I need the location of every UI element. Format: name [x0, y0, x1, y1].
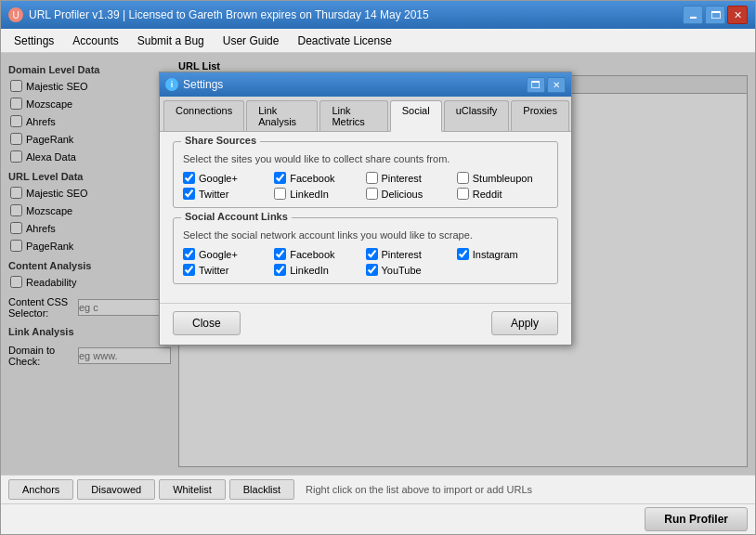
- ss-delicious-input[interactable]: [366, 188, 378, 200]
- dialog-title-bar: i Settings 🗖 ✕: [160, 72, 571, 97]
- dialog-title: Settings: [183, 78, 223, 91]
- sal-linkedin: LinkedIn: [274, 264, 365, 276]
- social-account-links-grid: Google+ Facebook Pinterest: [183, 248, 548, 276]
- settings-tabs: Connections Link Analysis Link Metrics S…: [160, 97, 571, 132]
- run-profiler-button[interactable]: Run Profiler: [645, 507, 748, 531]
- ss-reddit-label: Reddit: [473, 189, 502, 200]
- whitelist-button[interactable]: Whitelist: [159, 479, 226, 500]
- tab-proxies[interactable]: Proxies: [511, 100, 569, 131]
- menu-submit-bug[interactable]: Submit a Bug: [128, 32, 214, 50]
- title-bar-buttons: 🗕 🗖 ✕: [683, 6, 748, 24]
- dialog-close-button[interactable]: ✕: [547, 77, 566, 93]
- ss-facebook: Facebook: [274, 172, 365, 184]
- bottom-bar: Anchors Disavowed Whitelist Blacklist Ri…: [1, 475, 755, 503]
- sal-facebook-label: Facebook: [290, 249, 334, 260]
- sal-youtube: YouTube: [366, 264, 457, 276]
- sal-linkedin-input[interactable]: [274, 264, 286, 276]
- ss-reddit-input[interactable]: [457, 188, 469, 200]
- ss-delicious: Delicious: [366, 188, 457, 200]
- tab-uclassify[interactable]: uClassify: [444, 100, 510, 131]
- sal-pinterest-label: Pinterest: [382, 249, 422, 260]
- ss-pinterest-label: Pinterest: [382, 173, 422, 184]
- status-text: Right click on the list above to import …: [298, 484, 748, 495]
- footer-row: Run Profiler: [1, 503, 755, 534]
- ss-linkedin-label: LinkedIn: [290, 189, 329, 200]
- dialog-icon: i: [165, 78, 178, 91]
- menu-bar: Settings Accounts Submit a Bug User Guid…: [1, 29, 755, 53]
- dialog-title-left: i Settings: [165, 78, 223, 91]
- dialog-overlay: i Settings 🗖 ✕ Connections Link Analysis…: [1, 53, 755, 475]
- anchors-button[interactable]: Anchors: [8, 479, 73, 500]
- ss-stumbleupon: Stumbleupon: [457, 172, 548, 184]
- ss-linkedin: LinkedIn: [274, 188, 365, 200]
- sal-facebook: Facebook: [274, 248, 365, 260]
- window-title: URL Profiler v1.39 | Licensed to Gareth …: [29, 8, 429, 21]
- ss-twitter: Twitter: [183, 188, 274, 200]
- tab-connections[interactable]: Connections: [163, 100, 244, 131]
- ss-linkedin-input[interactable]: [274, 188, 286, 200]
- sal-instagram-input[interactable]: [457, 248, 469, 260]
- main-window: U URL Profiler v1.39 | Licensed to Garet…: [0, 0, 756, 535]
- sal-twitter-input[interactable]: [183, 264, 195, 276]
- tab-link-analysis[interactable]: Link Analysis: [246, 100, 318, 131]
- sal-twitter: Twitter: [183, 264, 274, 276]
- sal-linkedin-label: LinkedIn: [290, 265, 329, 276]
- ss-twitter-input[interactable]: [183, 188, 195, 200]
- ss-twitter-label: Twitter: [199, 189, 228, 200]
- menu-deactivate-license[interactable]: Deactivate License: [288, 32, 400, 50]
- title-bar: U URL Profiler v1.39 | Licensed to Garet…: [1, 1, 755, 29]
- minimize-button[interactable]: 🗕: [683, 6, 703, 24]
- tab-link-metrics[interactable]: Link Metrics: [319, 100, 387, 131]
- social-account-links-title: Social Account Links: [181, 211, 292, 222]
- ss-facebook-input[interactable]: [274, 172, 286, 184]
- sal-googleplus: Google+: [183, 248, 274, 260]
- menu-accounts[interactable]: Accounts: [63, 32, 127, 50]
- tab-social[interactable]: Social: [390, 100, 442, 132]
- maximize-button[interactable]: 🗖: [705, 6, 725, 24]
- social-account-links-desc: Select the social network account links …: [183, 229, 548, 241]
- dialog-body: Share Sources Select the sites you would…: [160, 132, 571, 303]
- sal-googleplus-input[interactable]: [183, 248, 195, 260]
- menu-settings[interactable]: Settings: [5, 32, 63, 50]
- share-sources-desc: Select the sites you would like to colle…: [183, 153, 548, 164]
- sal-youtube-input[interactable]: [366, 264, 378, 276]
- share-sources-title: Share Sources: [181, 135, 260, 146]
- ss-googleplus-label: Google+: [199, 173, 238, 184]
- sal-pinterest: Pinterest: [366, 248, 457, 260]
- share-sources-grid: Google+ Facebook Pinterest: [183, 172, 548, 200]
- close-window-button[interactable]: ✕: [727, 6, 748, 24]
- share-sources-group: Share Sources Select the sites you would…: [173, 141, 558, 208]
- ss-reddit: Reddit: [457, 188, 548, 200]
- settings-dialog: i Settings 🗖 ✕ Connections Link Analysis…: [159, 72, 572, 346]
- sal-pinterest-input[interactable]: [366, 248, 378, 260]
- ss-pinterest: Pinterest: [366, 172, 457, 184]
- ss-stumbleupon-label: Stumbleupon: [473, 173, 533, 184]
- sal-googleplus-label: Google+: [199, 249, 238, 260]
- close-button[interactable]: Close: [173, 311, 241, 335]
- dialog-title-buttons: 🗖 ✕: [527, 77, 566, 93]
- social-account-links-group: Social Account Links Select the social n…: [173, 217, 558, 284]
- ss-pinterest-input[interactable]: [366, 172, 378, 184]
- title-bar-left: U URL Profiler v1.39 | Licensed to Garet…: [8, 7, 429, 22]
- ss-facebook-label: Facebook: [290, 173, 334, 184]
- main-content: Domain Level Data Majestic SEO Mozscape …: [1, 53, 755, 475]
- sal-youtube-label: YouTube: [382, 265, 422, 276]
- disavowed-button[interactable]: Disavowed: [77, 479, 155, 500]
- apply-button[interactable]: Apply: [491, 311, 558, 335]
- blacklist-button[interactable]: Blacklist: [229, 479, 294, 500]
- sal-instagram-label: Instagram: [473, 249, 518, 260]
- ss-stumbleupon-input[interactable]: [457, 172, 469, 184]
- ss-googleplus: Google+: [183, 172, 274, 184]
- sal-twitter-label: Twitter: [199, 265, 228, 276]
- ss-delicious-label: Delicious: [382, 189, 424, 200]
- sal-facebook-input[interactable]: [274, 248, 286, 260]
- dialog-footer: Close Apply: [160, 303, 571, 345]
- app-icon: U: [8, 7, 23, 22]
- menu-user-guide[interactable]: User Guide: [214, 32, 289, 50]
- ss-googleplus-input[interactable]: [183, 172, 195, 184]
- sal-instagram: Instagram: [457, 248, 548, 260]
- dialog-maximize-button[interactable]: 🗖: [527, 77, 545, 93]
